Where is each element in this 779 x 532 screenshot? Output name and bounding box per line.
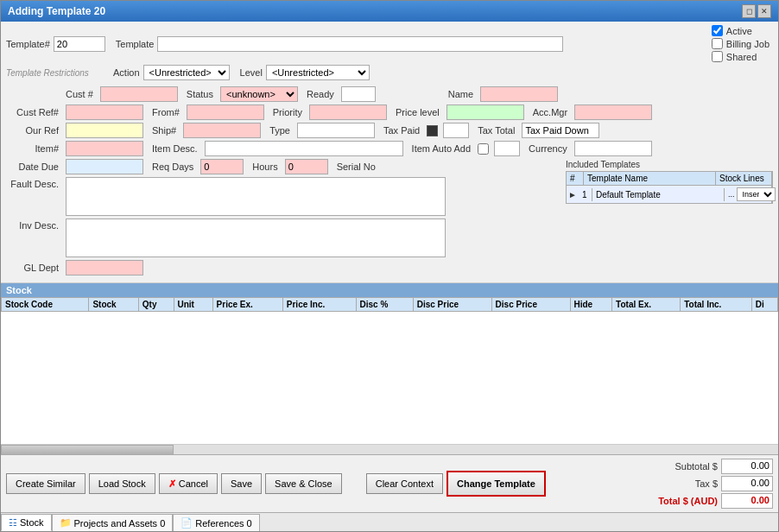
item-auto-add-value[interactable] [494, 141, 520, 156]
fault-desc-label: Fault Desc. [6, 177, 62, 189]
col-price-ex: Price Ex. [212, 298, 282, 312]
type-input[interactable] [297, 123, 375, 138]
item-auto-add-label: Item Auto Add [412, 143, 472, 154]
col-hide: Hide [570, 298, 612, 312]
inc-col-stock: Stock Lines [716, 172, 772, 185]
active-checkbox[interactable] [712, 25, 723, 36]
tax-paid-label: Tax Paid [383, 125, 420, 136]
action-select[interactable]: <Unrestricted> [143, 65, 230, 80]
tab-stock[interactable]: ☷ Stock [1, 514, 52, 531]
col-di: Di [751, 298, 777, 312]
cust-num-input[interactable] [100, 86, 178, 102]
subtotal-value: 0.00 [721, 459, 773, 474]
ship-input[interactable] [183, 123, 261, 138]
col-disc-pct: Disc % [356, 298, 413, 312]
name-label: Name [448, 89, 473, 99]
clear-context-button[interactable]: Clear Context [366, 473, 443, 494]
inc-col-num: # [567, 172, 584, 185]
billing-job-row: Billing Job [712, 38, 770, 49]
priority-input[interactable] [309, 104, 387, 120]
date-due-label: Date Due [6, 162, 62, 172]
change-template-button[interactable]: Change Template [446, 471, 546, 497]
from-input[interactable] [187, 104, 264, 120]
fault-desc-textarea[interactable] [66, 177, 446, 216]
price-level-input[interactable] [446, 104, 524, 120]
included-templates-panel: Included Templates # Template Name Stock… [566, 159, 773, 278]
type-label: Type [269, 125, 290, 136]
hours-label: Hours [252, 162, 277, 172]
tax-row: Tax $ 0.00 [640, 476, 773, 491]
cust-ref-label: Cust Ref# [6, 107, 62, 117]
save-button[interactable]: Save [221, 473, 262, 494]
item-auto-add-checkbox[interactable] [478, 143, 489, 155]
window-title: Adding Template 20 [8, 5, 105, 17]
inc-stock-select[interactable]: Insert [737, 187, 776, 201]
window-controls: ◻ ✕ [742, 4, 771, 18]
stock-tab-icon: ☷ [9, 517, 17, 529]
template-num-label: Template# [6, 39, 50, 49]
tax-total-label: Tax Total [478, 125, 515, 136]
billing-job-checkbox[interactable] [712, 38, 723, 49]
tax-paid-value[interactable] [443, 123, 469, 138]
shared-checkbox[interactable] [712, 51, 723, 62]
cust-ref-input[interactable] [66, 104, 143, 120]
template-num-input[interactable] [54, 36, 105, 52]
cancel-button[interactable]: ✗ Cancel [159, 473, 218, 494]
tab-references[interactable]: 📄 References 0 [173, 514, 259, 531]
close-button[interactable]: ✕ [757, 4, 771, 18]
our-ref-label: Our Ref [6, 125, 62, 136]
projects-tab-icon: 📁 [60, 517, 72, 529]
status-label: Status [187, 89, 213, 99]
acc-mgr-label: Acc.Mgr [533, 107, 567, 117]
item-input[interactable] [66, 141, 143, 156]
total-label: Total $ (AUD) [640, 496, 718, 506]
cancel-icon: ✗ [168, 478, 176, 490]
date-due-input[interactable] [66, 159, 143, 174]
currency-input[interactable] [574, 141, 652, 156]
currency-label: Currency [529, 143, 567, 154]
inc-table-row[interactable]: ► 1 Default Template ... Insert [567, 186, 772, 203]
billing-job-label: Billing Job [726, 39, 770, 49]
col-disc-price2: Disc Price [491, 298, 570, 312]
load-stock-button[interactable]: Load Stock [89, 473, 155, 494]
status-select[interactable]: <unknown> [220, 86, 298, 102]
active-label: Active [726, 26, 752, 36]
save-close-button[interactable]: Save & Close [265, 473, 342, 494]
total-value: 0.00 [721, 493, 773, 509]
item-desc-input[interactable] [205, 141, 403, 156]
restore-button[interactable]: ◻ [742, 4, 756, 18]
inc-col-name: Template Name [584, 172, 716, 185]
name-input[interactable] [480, 86, 558, 102]
shared-label: Shared [726, 52, 757, 62]
level-select[interactable]: <Unrestricted> [266, 65, 370, 80]
subtotal-label: Subtotal $ [640, 461, 718, 472]
from-label: From# [152, 107, 180, 117]
tax-paid-checkbox[interactable] [427, 125, 438, 136]
ready-input[interactable] [341, 86, 376, 102]
req-days-input[interactable] [200, 159, 244, 174]
col-stock-code: Stock Code [2, 298, 89, 312]
main-window: Adding Template 20 ◻ ✕ Template# Templat… [0, 0, 779, 532]
col-qty: Qty [138, 298, 174, 312]
template-name-input[interactable] [157, 36, 563, 52]
acc-mgr-input[interactable] [574, 104, 652, 120]
active-row: Active [712, 25, 770, 36]
scrollbar-thumb[interactable] [1, 445, 174, 455]
shared-row: Shared [712, 51, 770, 62]
inc-stock-cell: ... Insert [725, 186, 772, 203]
stock-table-header-row: Stock Code Stock Qty Unit Price Ex. Pric… [2, 298, 778, 312]
gl-dept-input[interactable] [66, 260, 143, 276]
horizontal-scrollbar[interactable] [1, 444, 778, 454]
our-ref-input[interactable] [66, 123, 143, 138]
req-days-label: Req Days [152, 162, 193, 172]
create-similar-button[interactable]: Create Similar [6, 473, 86, 494]
inv-desc-textarea[interactable] [66, 218, 446, 257]
total-row: Total $ (AUD) 0.00 [640, 493, 773, 509]
tax-total-input[interactable] [522, 123, 599, 138]
item-label: Item# [6, 143, 62, 154]
tab-projects[interactable]: 📁 Projects and Assets 0 [52, 514, 174, 531]
inv-desc-label: Inv Desc. [6, 218, 62, 231]
hours-input[interactable] [285, 159, 328, 174]
cust-num-label: Cust # [66, 89, 93, 99]
inc-name-cell: Default Template [592, 188, 725, 201]
